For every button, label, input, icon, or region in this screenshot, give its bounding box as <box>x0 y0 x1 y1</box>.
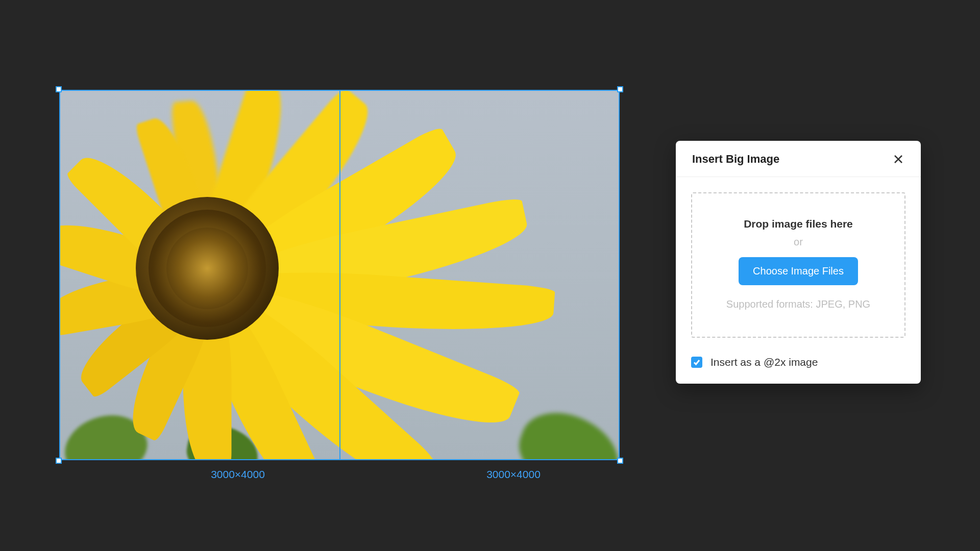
dropzone-headline: Drop image files here <box>702 218 894 230</box>
dialog-title: Insert Big Image <box>692 153 779 166</box>
dropzone[interactable]: Drop image files here or Choose Image Fi… <box>691 192 905 338</box>
canvas-selection[interactable]: 3000×4000 3000×4000 <box>59 90 620 460</box>
resize-handle-bottom-right[interactable] <box>617 458 623 464</box>
supported-formats: Supported formats: JPEG, PNG <box>702 298 894 310</box>
dialog-header: Insert Big Image <box>676 141 921 177</box>
resize-handle-top-right[interactable] <box>617 86 623 92</box>
insert-big-image-dialog: Insert Big Image Drop image files here o… <box>676 141 921 384</box>
check-icon <box>693 359 700 366</box>
dropzone-or: or <box>702 236 894 248</box>
resize-handle-bottom-left[interactable] <box>56 458 62 464</box>
retina-checkbox-row: Insert as a @2x image <box>676 353 921 384</box>
close-icon <box>893 154 903 164</box>
slice-dimensions-right: 3000×4000 <box>462 468 565 481</box>
close-button[interactable] <box>891 152 905 166</box>
resize-handle-top-left[interactable] <box>56 86 62 92</box>
retina-checkbox[interactable] <box>691 357 702 368</box>
choose-files-button[interactable]: Choose Image Files <box>739 257 858 285</box>
dialog-body: Drop image files here or Choose Image Fi… <box>676 177 921 353</box>
slice-dimensions-left: 3000×4000 <box>187 468 289 481</box>
slice-divider[interactable] <box>339 90 340 460</box>
retina-checkbox-label: Insert as a @2x image <box>710 356 818 368</box>
